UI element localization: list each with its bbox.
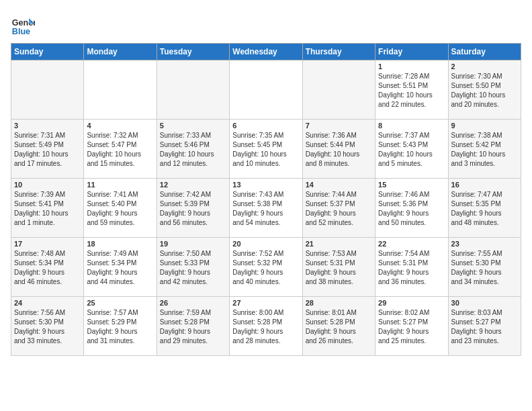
day-number: 16 [451, 181, 518, 189]
day-info: Sunrise: 8:00 AM Sunset: 5:28 PM Dayligh… [232, 308, 299, 346]
weekday-header-tuesday: Tuesday [157, 44, 229, 60]
weekday-header-wednesday: Wednesday [230, 44, 302, 60]
calendar-cell [84, 60, 157, 120]
day-info: Sunrise: 7:50 AM Sunset: 5:33 PM Dayligh… [160, 249, 226, 287]
calendar-cell: 17Sunrise: 7:48 AM Sunset: 5:34 PM Dayli… [11, 238, 84, 297]
calendar-cell: 25Sunrise: 7:57 AM Sunset: 5:29 PM Dayli… [84, 297, 157, 356]
day-info: Sunrise: 7:28 AM Sunset: 5:51 PM Dayligh… [378, 72, 445, 109]
day-number: 17 [14, 240, 81, 248]
day-number: 26 [160, 299, 226, 307]
day-info: Sunrise: 7:48 AM Sunset: 5:34 PM Dayligh… [14, 249, 81, 287]
day-number: 12 [160, 181, 226, 189]
page-container: General Blue SundayMondayTuesdayWednesda… [11, 11, 521, 356]
day-number: 13 [232, 181, 299, 189]
day-number: 29 [378, 299, 445, 307]
calendar-cell: 2Sunrise: 7:30 AM Sunset: 5:50 PM Daylig… [448, 60, 521, 120]
calendar-cell: 24Sunrise: 7:56 AM Sunset: 5:30 PM Dayli… [11, 297, 84, 356]
day-info: Sunrise: 7:41 AM Sunset: 5:40 PM Dayligh… [87, 190, 153, 228]
day-info: Sunrise: 7:57 AM Sunset: 5:29 PM Dayligh… [87, 308, 153, 346]
day-number: 14 [306, 181, 372, 189]
calendar-cell: 10Sunrise: 7:39 AM Sunset: 5:41 PM Dayli… [11, 179, 84, 238]
calendar-cell [157, 60, 229, 120]
header: General Blue [11, 11, 521, 38]
day-info: Sunrise: 7:47 AM Sunset: 5:35 PM Dayligh… [451, 190, 518, 228]
calendar-cell: 27Sunrise: 8:00 AM Sunset: 5:28 PM Dayli… [230, 297, 302, 356]
day-number: 7 [306, 122, 372, 130]
day-number: 9 [451, 122, 518, 130]
day-info: Sunrise: 7:55 AM Sunset: 5:30 PM Dayligh… [451, 249, 518, 287]
calendar-cell [302, 60, 375, 120]
calendar-table: SundayMondayTuesdayWednesdayThursdayFrid… [11, 43, 521, 356]
day-number: 5 [160, 122, 226, 130]
calendar-week-2: 3Sunrise: 7:31 AM Sunset: 5:49 PM Daylig… [11, 120, 521, 179]
day-number: 4 [87, 122, 153, 130]
day-number: 6 [232, 122, 299, 130]
calendar-cell: 22Sunrise: 7:54 AM Sunset: 5:31 PM Dayli… [375, 238, 448, 297]
day-info: Sunrise: 7:53 AM Sunset: 5:31 PM Dayligh… [306, 249, 372, 287]
calendar-week-1: 1Sunrise: 7:28 AM Sunset: 5:51 PM Daylig… [11, 60, 521, 120]
calendar-cell: 18Sunrise: 7:49 AM Sunset: 5:34 PM Dayli… [84, 238, 157, 297]
day-info: Sunrise: 7:35 AM Sunset: 5:45 PM Dayligh… [232, 131, 299, 169]
day-number: 19 [160, 240, 226, 248]
day-number: 28 [306, 299, 372, 307]
calendar-week-3: 10Sunrise: 7:39 AM Sunset: 5:41 PM Dayli… [11, 179, 521, 238]
day-number: 24 [14, 299, 81, 307]
calendar-cell: 21Sunrise: 7:53 AM Sunset: 5:31 PM Dayli… [302, 238, 375, 297]
day-info: Sunrise: 7:37 AM Sunset: 5:43 PM Dayligh… [378, 131, 445, 169]
calendar-cell: 28Sunrise: 8:01 AM Sunset: 5:28 PM Dayli… [302, 297, 375, 356]
weekday-header-thursday: Thursday [302, 44, 375, 60]
day-info: Sunrise: 7:52 AM Sunset: 5:32 PM Dayligh… [232, 249, 299, 287]
calendar-cell: 8Sunrise: 7:37 AM Sunset: 5:43 PM Daylig… [375, 120, 448, 179]
weekday-header-monday: Monday [84, 44, 157, 60]
day-info: Sunrise: 8:03 AM Sunset: 5:27 PM Dayligh… [451, 308, 518, 346]
calendar-cell: 29Sunrise: 8:02 AM Sunset: 5:27 PM Dayli… [375, 297, 448, 356]
calendar-cell: 3Sunrise: 7:31 AM Sunset: 5:49 PM Daylig… [11, 120, 84, 179]
calendar-cell: 19Sunrise: 7:50 AM Sunset: 5:33 PM Dayli… [157, 238, 229, 297]
weekday-header-saturday: Saturday [448, 44, 521, 60]
calendar-cell: 15Sunrise: 7:46 AM Sunset: 5:36 PM Dayli… [375, 179, 448, 238]
svg-text:Blue: Blue [12, 27, 30, 36]
calendar-cell [230, 60, 302, 120]
day-info: Sunrise: 7:49 AM Sunset: 5:34 PM Dayligh… [87, 249, 153, 287]
day-number: 15 [378, 181, 445, 189]
calendar-cell: 14Sunrise: 7:44 AM Sunset: 5:37 PM Dayli… [302, 179, 375, 238]
calendar-week-4: 17Sunrise: 7:48 AM Sunset: 5:34 PM Dayli… [11, 238, 521, 297]
day-number: 22 [378, 240, 445, 248]
day-info: Sunrise: 7:32 AM Sunset: 5:47 PM Dayligh… [87, 131, 153, 169]
day-number: 27 [232, 299, 299, 307]
day-number: 1 [378, 62, 445, 71]
calendar-cell: 4Sunrise: 7:32 AM Sunset: 5:47 PM Daylig… [84, 120, 157, 179]
calendar-cell: 1Sunrise: 7:28 AM Sunset: 5:51 PM Daylig… [375, 60, 448, 120]
calendar-cell: 20Sunrise: 7:52 AM Sunset: 5:32 PM Dayli… [230, 238, 302, 297]
calendar-week-5: 24Sunrise: 7:56 AM Sunset: 5:30 PM Dayli… [11, 297, 521, 356]
day-info: Sunrise: 7:42 AM Sunset: 5:39 PM Dayligh… [160, 190, 226, 228]
day-info: Sunrise: 7:39 AM Sunset: 5:41 PM Dayligh… [14, 190, 81, 228]
day-info: Sunrise: 8:01 AM Sunset: 5:28 PM Dayligh… [306, 308, 372, 346]
calendar-cell: 13Sunrise: 7:43 AM Sunset: 5:38 PM Dayli… [230, 179, 302, 238]
day-info: Sunrise: 8:02 AM Sunset: 5:27 PM Dayligh… [378, 308, 445, 346]
day-info: Sunrise: 7:31 AM Sunset: 5:49 PM Dayligh… [14, 131, 81, 169]
calendar-cell: 12Sunrise: 7:42 AM Sunset: 5:39 PM Dayli… [157, 179, 229, 238]
day-info: Sunrise: 7:46 AM Sunset: 5:36 PM Dayligh… [378, 190, 445, 228]
calendar-cell: 26Sunrise: 7:59 AM Sunset: 5:28 PM Dayli… [157, 297, 229, 356]
logo: General Blue [11, 13, 38, 38]
day-info: Sunrise: 7:33 AM Sunset: 5:46 PM Dayligh… [160, 131, 226, 169]
calendar-cell: 9Sunrise: 7:38 AM Sunset: 5:42 PM Daylig… [448, 120, 521, 179]
day-info: Sunrise: 7:56 AM Sunset: 5:30 PM Dayligh… [14, 308, 81, 346]
day-number: 18 [87, 240, 153, 248]
day-info: Sunrise: 7:38 AM Sunset: 5:42 PM Dayligh… [451, 131, 518, 169]
day-info: Sunrise: 7:36 AM Sunset: 5:44 PM Dayligh… [306, 131, 372, 169]
day-number: 30 [451, 299, 518, 307]
weekday-header-row: SundayMondayTuesdayWednesdayThursdayFrid… [11, 44, 521, 60]
calendar-cell: 30Sunrise: 8:03 AM Sunset: 5:27 PM Dayli… [448, 297, 521, 356]
weekday-header-friday: Friday [375, 44, 448, 60]
calendar-cell: 11Sunrise: 7:41 AM Sunset: 5:40 PM Dayli… [84, 179, 157, 238]
day-number: 25 [87, 299, 153, 307]
day-info: Sunrise: 7:43 AM Sunset: 5:38 PM Dayligh… [232, 190, 299, 228]
day-number: 21 [306, 240, 372, 248]
calendar-cell: 6Sunrise: 7:35 AM Sunset: 5:45 PM Daylig… [230, 120, 302, 179]
logo-icon: General Blue [11, 13, 35, 38]
day-number: 11 [87, 181, 153, 189]
weekday-header-sunday: Sunday [11, 44, 84, 60]
day-number: 8 [378, 122, 445, 130]
